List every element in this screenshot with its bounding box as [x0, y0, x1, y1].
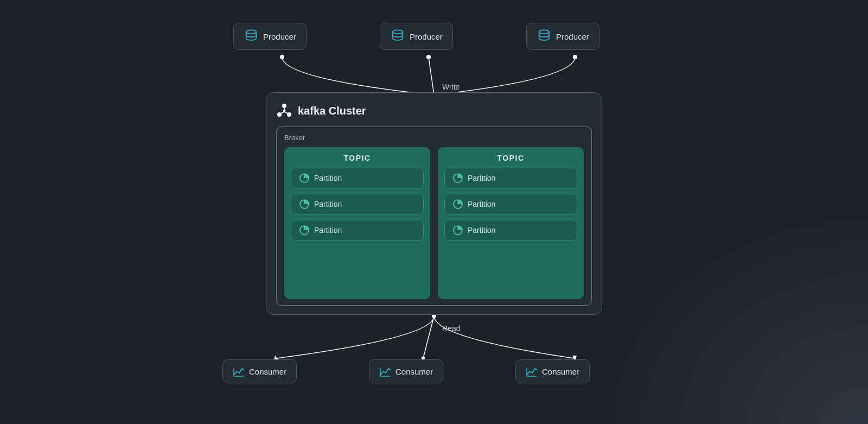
svg-point-8 — [246, 30, 257, 34]
database-icon-3 — [537, 29, 552, 44]
pie-icon-1-2 — [299, 199, 310, 210]
partition-box-1-3: Partition — [291, 220, 424, 241]
consumer-box-2: Consumer — [369, 359, 443, 383]
pie-icon-2-3 — [452, 225, 463, 236]
svg-line-17 — [284, 112, 288, 113]
producer-label-1: Producer — [263, 32, 296, 41]
svg-point-1 — [426, 55, 431, 59]
chart-icon-3 — [526, 365, 538, 377]
pie-icon-1-3 — [299, 225, 310, 236]
read-label: Read — [442, 324, 460, 333]
svg-point-2 — [573, 55, 577, 59]
kafka-header: kafka Cluster — [276, 103, 592, 119]
topic-box-1: TOPIC Partition — [284, 147, 430, 299]
kafka-cluster: kafka Cluster Broker TOPIC Partition — [266, 92, 602, 315]
pie-icon-2-1 — [452, 173, 463, 183]
partition-label-2-1: Partition — [468, 174, 495, 182]
kafka-cluster-title: kafka Cluster — [298, 105, 366, 117]
kafka-logo-icon — [276, 103, 292, 119]
broker-label: Broker — [284, 134, 584, 142]
producer-box-3: Producer — [526, 23, 599, 50]
topic-label-2: TOPIC — [497, 154, 524, 162]
consumer-box-3: Consumer — [515, 359, 590, 383]
consumer-label-3: Consumer — [542, 367, 579, 376]
pie-icon-2-2 — [452, 199, 463, 210]
pie-icon-1-1 — [299, 173, 310, 183]
producer-box-1: Producer — [233, 23, 307, 50]
svg-point-11 — [282, 104, 286, 108]
chart-icon-1 — [233, 365, 245, 377]
svg-point-10 — [539, 30, 550, 34]
producer-label-3: Producer — [556, 32, 589, 41]
partition-box-2-2: Partition — [444, 194, 577, 214]
database-icon-1 — [244, 29, 259, 44]
partition-label-1-3: Partition — [314, 226, 342, 235]
partition-box-2-1: Partition — [444, 168, 577, 188]
svg-point-14 — [283, 110, 286, 112]
svg-line-16 — [280, 112, 284, 113]
topic-label-1: TOPIC — [343, 154, 371, 162]
consumer-label-1: Consumer — [249, 367, 286, 376]
svg-point-0 — [280, 55, 284, 59]
partition-label-1-1: Partition — [314, 174, 342, 182]
consumer-label-2: Consumer — [395, 367, 433, 376]
svg-point-9 — [393, 30, 403, 34]
partition-box-2-3: Partition — [444, 220, 577, 241]
topic-box-2: TOPIC Partition — [438, 147, 584, 299]
partition-box-1-1: Partition — [291, 168, 424, 188]
partition-box-1-2: Partition — [291, 194, 424, 214]
diagram: Write Read Producer Producer Producer — [0, 0, 868, 424]
producer-box-2: Producer — [380, 23, 453, 50]
consumer-box-1: Consumer — [222, 359, 297, 383]
partition-label-1-2: Partition — [314, 200, 342, 208]
chart-icon-2 — [379, 365, 391, 377]
producer-label-2: Producer — [410, 32, 443, 41]
database-icon-2 — [390, 29, 405, 44]
broker-box: Broker TOPIC Partition — [276, 126, 592, 306]
write-label: Write — [442, 83, 459, 91]
partition-label-2-3: Partition — [468, 226, 495, 235]
partition-label-2-2: Partition — [468, 200, 495, 208]
topics-row: TOPIC Partition — [284, 147, 584, 299]
